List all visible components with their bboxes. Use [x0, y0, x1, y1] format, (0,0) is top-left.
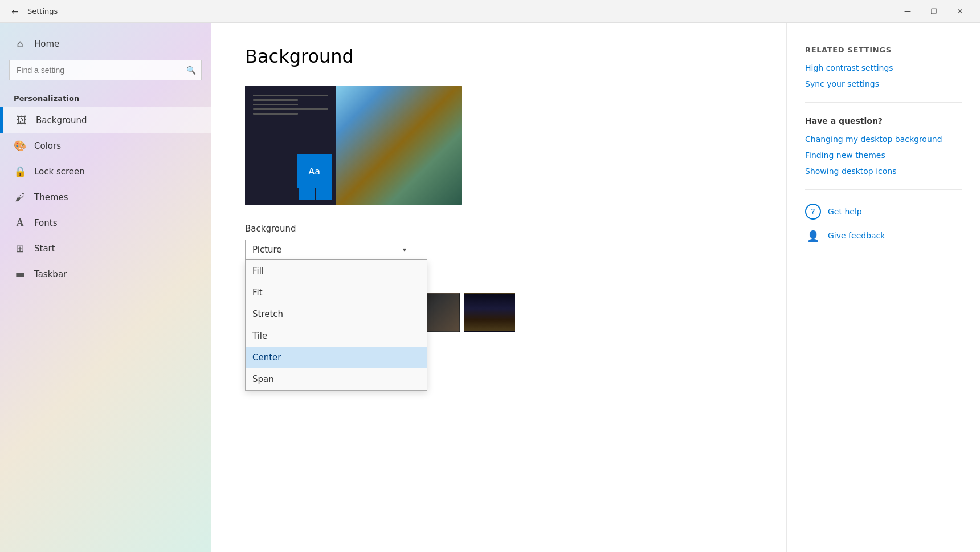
background-nav-icon: 🖼	[15, 114, 28, 126]
sidebar-item-label-colors: Colors	[34, 141, 61, 151]
dropdown-selected-value: Picture	[252, 245, 282, 255]
themes-nav-icon: 🖌	[14, 191, 26, 203]
dropdown-item-span[interactable]: Span	[246, 368, 427, 390]
divider-1	[805, 102, 962, 103]
sidebar-home[interactable]: ⌂ Home	[0, 32, 211, 55]
sidebar-item-label-background: Background	[36, 115, 87, 125]
feedback-icon: 👤	[805, 228, 821, 243]
preview-line-1	[253, 95, 328, 96]
preview-dark-panel: Aa	[245, 86, 336, 205]
give-feedback-label[interactable]: Give feedback	[828, 231, 885, 240]
sidebar-item-start[interactable]: ⊞ Start	[0, 236, 211, 261]
start-nav-icon: ⊞	[14, 242, 26, 254]
sidebar-item-label-lock-screen: Lock screen	[34, 167, 85, 177]
help-icon: ?	[805, 204, 821, 220]
titlebar: ← Settings — ❐ ✕	[0, 0, 980, 23]
have-question-title: Have a question?	[805, 116, 962, 125]
main-content: Background Aa	[211, 23, 786, 552]
minimize-button[interactable]: —	[895, 0, 921, 23]
preview-photo-panel	[336, 86, 462, 205]
question-link-finding-themes[interactable]: Finding new themes	[805, 151, 962, 160]
sidebar-item-fonts[interactable]: A Fonts	[0, 210, 211, 236]
related-link-sync-settings[interactable]: Sync your settings	[805, 79, 962, 88]
dropdown-item-tile[interactable]: Tile	[246, 325, 427, 347]
preview-small-tile-1	[299, 184, 315, 200]
sidebar-item-label-fonts: Fonts	[34, 218, 57, 228]
home-label: Home	[34, 39, 59, 49]
give-feedback-item[interactable]: 👤 Give feedback	[805, 228, 962, 243]
sidebar-item-lock-screen[interactable]: 🔒 Lock screen	[0, 159, 211, 184]
related-link-high-contrast[interactable]: High contrast settings	[805, 63, 962, 72]
right-panel: Related Settings High contrast settings …	[786, 23, 980, 552]
dropdown-item-fill[interactable]: Fill	[246, 260, 427, 282]
sidebar: ⌂ Home 🔍 Personalization 🖼 Background 🎨 …	[0, 23, 211, 552]
preview-taskbar-lines	[250, 95, 332, 115]
preview-inner: Aa	[245, 86, 462, 205]
sidebar-search-container: 🔍	[9, 60, 202, 80]
picture-thumb-5[interactable]	[464, 293, 515, 332]
get-help-item[interactable]: ? Get help	[805, 204, 962, 220]
titlebar-title: Settings	[27, 7, 58, 15]
get-help-label[interactable]: Get help	[828, 207, 862, 216]
divider-2	[805, 189, 962, 190]
back-button[interactable]: ←	[7, 3, 23, 19]
sidebar-item-themes[interactable]: 🖌 Themes	[0, 184, 211, 210]
background-field-label: Background	[245, 224, 752, 234]
app-body: ⌂ Home 🔍 Personalization 🖼 Background 🎨 …	[0, 23, 980, 552]
sidebar-item-label-taskbar: Taskbar	[34, 269, 67, 279]
home-icon: ⌂	[14, 38, 26, 50]
question-link-changing-bg[interactable]: Changing my desktop background	[805, 135, 962, 144]
dropdown-item-center[interactable]: Center	[246, 347, 427, 368]
sidebar-item-colors[interactable]: 🎨 Colors	[0, 133, 211, 159]
sidebar-item-label-start: Start	[34, 243, 55, 254]
sidebar-item-taskbar[interactable]: ▬ Taskbar	[0, 261, 211, 287]
search-input[interactable]	[9, 60, 202, 80]
preview-line-2	[253, 99, 298, 101]
question-link-showing-icons[interactable]: Showing desktop icons	[805, 167, 962, 176]
preview-line-4	[253, 108, 328, 110]
lock-screen-nav-icon: 🔒	[14, 165, 26, 177]
preview-line-3	[253, 104, 298, 105]
maximize-button[interactable]: ❐	[921, 0, 947, 23]
preview-small-tile-2	[316, 184, 332, 200]
preview-small-tiles	[299, 184, 332, 200]
close-button[interactable]: ✕	[947, 0, 973, 23]
search-icon: 🔍	[186, 66, 196, 75]
background-preview: Aa	[245, 86, 462, 205]
related-settings-title: Related Settings	[805, 46, 962, 54]
dropdown-item-fit[interactable]: Fit	[246, 282, 427, 303]
taskbar-nav-icon: ▬	[14, 268, 26, 280]
sidebar-section-title: Personalization	[0, 90, 211, 107]
preview-line-5	[253, 113, 298, 115]
window-controls: — ❐ ✕	[895, 0, 973, 23]
dropdown-menu: Fill Fit Stretch Tile Center Span	[245, 260, 427, 391]
chevron-down-icon: ▾	[403, 246, 406, 254]
background-dropdown[interactable]: Picture ▾	[245, 240, 427, 260]
sidebar-item-label-themes: Themes	[34, 192, 68, 202]
page-title: Background	[245, 46, 752, 67]
preview-blue-tile: Aa	[297, 154, 332, 188]
colors-nav-icon: 🎨	[14, 140, 26, 152]
fonts-nav-icon: A	[14, 217, 26, 229]
dropdown-item-stretch[interactable]: Stretch	[246, 303, 427, 325]
background-dropdown-container: Picture ▾ Fill Fit Stretch Tile Center S…	[245, 240, 427, 260]
sidebar-item-background[interactable]: 🖼 Background	[0, 107, 211, 133]
